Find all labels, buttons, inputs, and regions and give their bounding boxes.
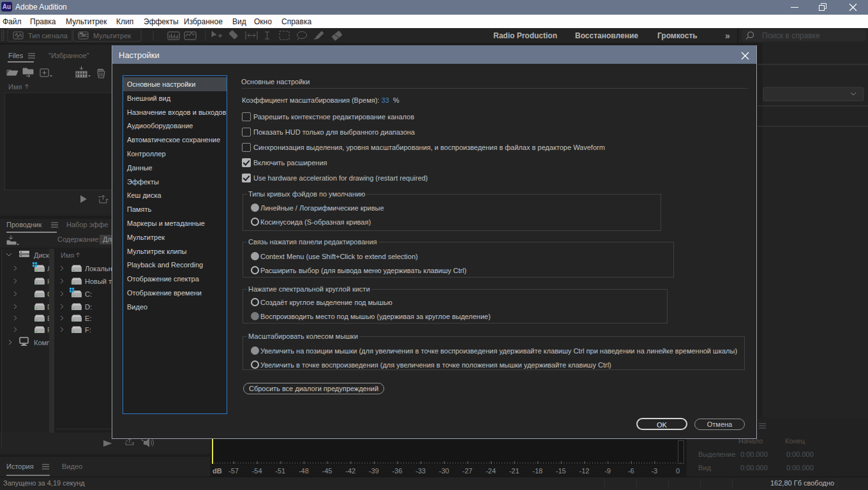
- svg-text:"Избранное": "Избранное": [49, 52, 89, 59]
- svg-text:D:: D:: [85, 303, 92, 311]
- svg-text:C:: C:: [85, 290, 92, 298]
- svg-text:-6: -6: [628, 467, 634, 475]
- svg-text:-15: -15: [556, 467, 566, 475]
- svg-text:Громкость: Громкость: [657, 31, 698, 40]
- svg-text:-39: -39: [369, 467, 379, 475]
- svg-text:Тип сигнала: Тип сигнала: [28, 32, 68, 40]
- svg-text:Files: Files: [8, 52, 24, 59]
- svg-text:-51: -51: [275, 467, 285, 475]
- svg-text:0:00.000: 0:00.000: [740, 464, 768, 471]
- svg-text:-24: -24: [486, 467, 496, 475]
- svg-text:0:00.000: 0:00.000: [740, 450, 768, 458]
- svg-text:-54: -54: [252, 467, 262, 475]
- svg-text:Видео: Видео: [62, 463, 82, 470]
- svg-text:E:: E:: [85, 315, 91, 322]
- svg-text:-48: -48: [299, 467, 309, 475]
- svg-text:Восстановление: Восстановление: [575, 31, 638, 40]
- svg-text:0:00.000: 0:00.000: [786, 464, 814, 471]
- svg-text:F:: F:: [85, 326, 91, 334]
- svg-text:Поиск в справке: Поиск в справке: [762, 31, 820, 40]
- svg-text:-12: -12: [580, 467, 590, 475]
- svg-text:-30: -30: [439, 467, 449, 475]
- svg-text:Radio Production: Radio Production: [493, 31, 557, 40]
- svg-text:-3: -3: [651, 467, 657, 475]
- svg-text:»: »: [725, 31, 730, 41]
- svg-text:0: 0: [676, 467, 680, 475]
- svg-text:-21: -21: [509, 467, 520, 475]
- svg-text:-45: -45: [322, 467, 333, 475]
- svg-text:-9: -9: [604, 467, 611, 475]
- svg-text:-27: -27: [462, 467, 472, 475]
- svg-text:Мультитрек: Мультитрек: [93, 32, 131, 40]
- svg-text:Вид: Вид: [698, 464, 711, 471]
- svg-text:История: История: [6, 463, 34, 470]
- svg-text:dB: dB: [213, 467, 222, 475]
- svg-text:-33: -33: [415, 467, 426, 475]
- svg-text:Имя: Имя: [8, 83, 22, 91]
- svg-text:-42: -42: [345, 467, 355, 475]
- svg-text:Конец: Конец: [785, 437, 805, 445]
- svg-text:0:00.000: 0:00.000: [786, 450, 814, 458]
- svg-text:-18: -18: [532, 467, 542, 475]
- svg-text:Выделение: Выделение: [698, 450, 735, 458]
- svg-text:-57: -57: [228, 467, 239, 475]
- svg-text:-36: -36: [392, 467, 402, 475]
